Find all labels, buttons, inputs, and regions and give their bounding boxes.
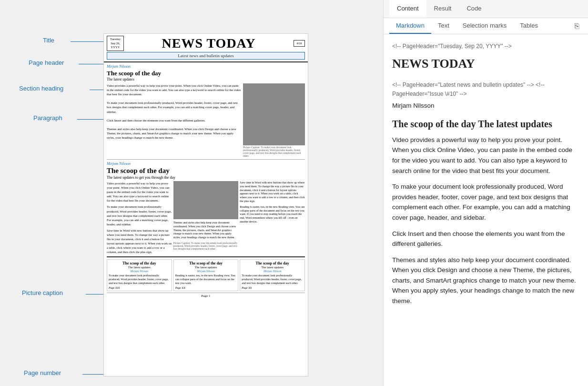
content-para-1: Video provides a powerful way to help yo… [392, 135, 579, 176]
tab-text[interactable]: Text [431, 18, 456, 34]
title-annotation-label: Title [43, 37, 54, 44]
inner-tab-bar: Markdown Text Selection marks Tables ⎘ [384, 18, 588, 34]
bottom-col-2: The scoop of the day The latest updates … [173, 259, 239, 291]
mid-text-col-4: Themes and styles also help keep your do… [173, 221, 239, 240]
newspaper-header: Tuesday Sep 20, YYYY NEWS TODAY #10 Late… [104, 34, 308, 62]
tab-code[interactable]: Code [459, 0, 489, 18]
bottom-three-col: The scoop of the day The latest updates … [107, 259, 305, 291]
issue-box: #10 [294, 40, 305, 47]
mid-text-col-3: Save time in Word with new buttons that … [107, 228, 172, 254]
bottom-col-1-text: To make your document look professionall… [109, 274, 170, 285]
content-para-3: Click Insert and then choose the element… [392, 229, 579, 249]
mid-text-col-1: Video provides a powerful way to help yo… [107, 181, 172, 203]
paragraph-1b: To make your document look professionall… [107, 101, 241, 113]
two-col-section: Video provides a powerful way to help yo… [107, 83, 305, 157]
bottom-col-2-text: Reading is easier, too, in the new Readi… [175, 274, 237, 285]
mid-text-col-5: Save time in Word with new buttons that … [240, 181, 305, 203]
content-heading-1: NEWS TODAY [392, 54, 579, 74]
content-para-4: Themes and styles also help keep your do… [392, 255, 579, 306]
author-2: Mirjam Nilsson [107, 162, 305, 166]
mid-text-col-6: Reading is easier, too, in the new Readi… [240, 205, 305, 224]
document-preview-area: Title Page header Section heading Paragr… [10, 14, 374, 376]
newspaper-image-1 [243, 83, 305, 145]
right-panel: Content Result Code Markdown Text Select… [383, 0, 588, 386]
car-image-caption: Picture Caption: To make your document l… [173, 242, 239, 250]
content-para-2: To make your document look professionall… [392, 182, 579, 223]
bottom-col-1-sub: The latest updates [109, 265, 170, 269]
bottom-col-3-author: Mirjam Nilsson [242, 270, 303, 273]
bottom-col-3-sub: The latest updates [242, 265, 303, 269]
page-header-annotation-label: Page header [29, 59, 64, 66]
three-col-section: Video provides a powerful way to help yo… [107, 181, 305, 254]
newspaper-image-2 [173, 181, 239, 219]
comment-1: <!-- PageHeader="Tuesday, Sep 20, YYYY" … [392, 42, 579, 51]
paragraph-1d: Themes and styles also help keep your do… [107, 127, 241, 140]
newspaper-body: Mirjam Nilsson The scoop of the day The … [104, 62, 308, 301]
bottom-col-2-heading: The scoop of the day [175, 261, 237, 265]
outer-tab-bar: Content Result Code [384, 0, 588, 18]
picture-caption-annotation-label: Picture caption [22, 289, 63, 296]
bottom-col-3-text: To make your document look professionall… [242, 274, 303, 285]
bottom-col-1-author: Mirjam Nilsson [109, 270, 170, 273]
paragraph-1a: Video provides a powerful way to help yo… [107, 83, 241, 96]
content-author: Mirjam Nilsson [392, 101, 579, 111]
newspaper-title: NEWS TODAY [126, 36, 292, 51]
divider-1 [107, 159, 305, 160]
section-heading-2: The scoop of the day [107, 167, 305, 175]
bottom-col-2-page: Page XX [175, 286, 237, 289]
tab-content[interactable]: Content [389, 0, 426, 18]
tab-selection-marks[interactable]: Selection marks [456, 18, 513, 34]
section-heading-1: The scoop of the day [107, 70, 305, 77]
image-caption-1: Picture Caption: To make your document l… [243, 146, 305, 157]
bottom-col-1-heading: The scoop of the day [109, 261, 170, 265]
tab-result[interactable]: Result [426, 0, 459, 18]
content-heading-2: The scoop of the day The latest updates [392, 118, 579, 130]
bottom-col-2-sub: The latest updates [175, 265, 237, 269]
section-heading-annotation-label: Section heading [19, 85, 63, 92]
page-number-bar: Page 1 [107, 293, 305, 299]
copy-icon[interactable]: ⎘ [572, 19, 582, 33]
tab-tables[interactable]: Tables [513, 18, 545, 34]
text-col-1: Video provides a powerful way to help yo… [107, 83, 241, 157]
mid-text-col-2: To make your document look professionall… [107, 204, 172, 226]
bottom-col-3-heading: The scoop of the day [242, 261, 303, 265]
bottom-col-1-page: Page XXI [109, 286, 170, 289]
paragraph-1c: Click Insert and then choose the element… [107, 118, 241, 122]
bottom-col-3: The scoop of the day The latest updates … [240, 259, 305, 291]
image-col-1: Picture Caption: To make your document l… [243, 83, 305, 157]
newspaper-mockup: Tuesday Sep 20, YYYY NEWS TODAY #10 Late… [103, 33, 308, 376]
page-number-annotation-label: Page number [24, 369, 61, 376]
bottom-col-2-author: Mirjam Nilsson [175, 270, 237, 273]
comment-2: <!-- PageHeader="Latest news and bulleti… [392, 81, 579, 99]
bottom-col-3-page: Page XX [242, 286, 303, 289]
date-box: Tuesday Sep 20, YYYY [107, 36, 124, 51]
bottom-col-1: The scoop of the day The latest updates … [107, 259, 172, 291]
tab-markdown[interactable]: Markdown [389, 18, 431, 34]
paragraph-annotation-label: Paragraph [33, 114, 62, 122]
section-sub-2: The latest updates to get you through th… [107, 175, 305, 180]
content-area[interactable]: <!-- PageHeader="Tuesday, Sep 20, YYYY" … [384, 34, 588, 386]
divider-thick [107, 256, 305, 257]
author-1: Mirjam Nilsson [107, 64, 305, 69]
left-panel: Title Page header Section heading Paragr… [0, 0, 383, 386]
newspaper-page-header: Latest news and bulletin updates [107, 52, 305, 60]
section-sub-1: The latest updates [107, 77, 305, 81]
